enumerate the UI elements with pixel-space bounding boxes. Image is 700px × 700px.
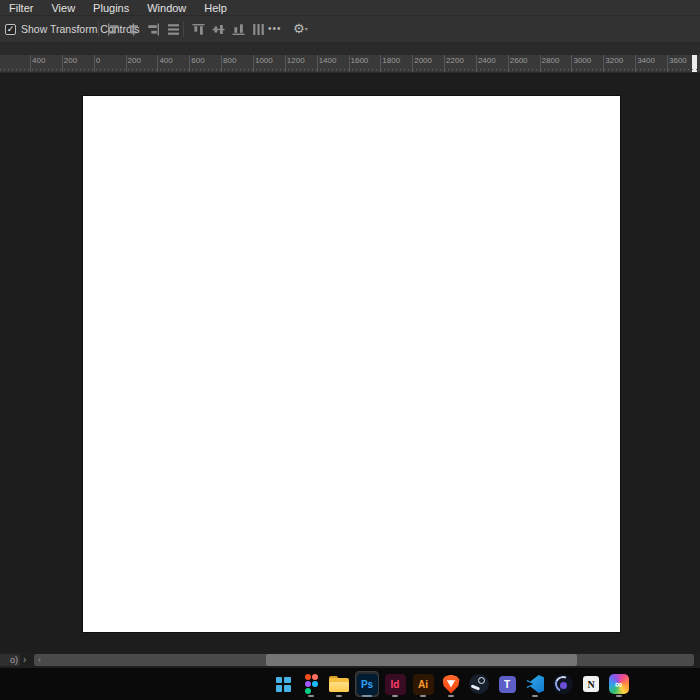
photoshop-icon: Ps	[357, 674, 378, 695]
checkbox-checked-icon[interactable]: ✓	[5, 24, 16, 35]
teams-icon: T	[499, 676, 516, 693]
running-indicator	[308, 695, 314, 697]
taskbar-indesign-button[interactable]: Id	[383, 670, 407, 698]
ruler-label: 2400	[478, 56, 496, 65]
running-indicator	[420, 695, 426, 697]
ruler-label: 3400	[637, 56, 655, 65]
ruler-label: 800	[223, 56, 236, 65]
ruler-label: 400	[159, 56, 172, 65]
ruler-label: 2000	[414, 56, 432, 65]
ruler-tick	[540, 55, 541, 73]
notion-icon: N	[583, 676, 599, 692]
options-separator	[183, 22, 184, 37]
taskbar-illustrator-button[interactable]: Ai	[411, 670, 435, 698]
illustrator-icon: Ai	[413, 674, 434, 695]
ruler-tick	[253, 55, 254, 73]
scroll-left-arrow-icon[interactable]: ‹	[38, 654, 41, 666]
horizontal-scrollbar-thumb[interactable]	[266, 654, 577, 666]
horizontal-scrollbar[interactable]: ‹	[34, 654, 694, 666]
taskbar-photoshop-button[interactable]: Ps	[355, 670, 379, 698]
ruler-end-marker	[692, 55, 697, 73]
ruler-tick	[30, 55, 31, 73]
menu-item-help[interactable]: Help	[195, 0, 236, 16]
document-canvas[interactable]	[83, 96, 620, 632]
menu-item-view[interactable]: View	[42, 0, 84, 16]
status-bar: o) › ‹	[0, 652, 700, 668]
ruler-tick	[126, 55, 127, 73]
taskbar-windows-start-button[interactable]	[271, 670, 295, 698]
running-indicator	[392, 695, 398, 697]
taskbar-camera-lens-app-button[interactable]	[551, 670, 575, 698]
running-indicator	[448, 695, 454, 697]
map-outline-drawing	[83, 96, 620, 632]
figma-icon	[305, 674, 318, 694]
more-options-icon[interactable]: •••	[268, 20, 282, 38]
taskbar-teams-button[interactable]: T	[495, 670, 519, 698]
ruler-label: 2600	[510, 56, 528, 65]
ruler-tick	[94, 55, 95, 73]
ruler-tick	[635, 55, 636, 73]
taskbar-creative-cloud-button[interactable]: ∞	[607, 670, 631, 698]
ruler-tick	[157, 55, 158, 73]
options-bar: ✓ Show Transform Controls ••• ⚙▾	[0, 16, 700, 43]
ruler-tick	[62, 55, 63, 73]
ruler-tick	[380, 55, 381, 73]
ruler-tick	[667, 55, 668, 73]
distribute-vertical-centers-icon[interactable]	[252, 23, 265, 36]
ruler-label: 3600	[669, 56, 687, 65]
gear-icon[interactable]: ⚙▾	[293, 20, 308, 38]
taskbar-vscode-button[interactable]	[523, 670, 547, 698]
vscode-icon	[526, 675, 544, 693]
camera-lens-icon	[553, 674, 573, 694]
ruler-label: 1200	[287, 56, 305, 65]
running-indicator	[532, 695, 538, 697]
status-readout: o)	[0, 654, 20, 666]
brave-shield-icon	[443, 675, 460, 694]
align-top-edges-icon[interactable]	[192, 23, 205, 36]
running-indicator	[362, 695, 372, 697]
align-group-vertical	[192, 23, 265, 36]
align-horizontal-centers-icon[interactable]	[127, 23, 140, 36]
ruler-tick	[603, 55, 604, 73]
align-group-horizontal	[107, 23, 180, 36]
taskbar-notion-button[interactable]: N	[579, 670, 603, 698]
taskbar-figma-button[interactable]	[299, 670, 323, 698]
menu-item-plugins[interactable]: Plugins	[84, 0, 138, 16]
menu-item-filter[interactable]: Filter	[0, 0, 42, 16]
ruler-tick	[571, 55, 572, 73]
ruler-tick	[508, 55, 509, 73]
ruler-tick	[189, 55, 190, 73]
ruler-label: 2800	[542, 56, 560, 65]
ruler-label: 1800	[382, 56, 400, 65]
ruler-label: 3200	[605, 56, 623, 65]
align-right-edges-icon[interactable]	[147, 23, 160, 36]
align-vertical-centers-icon[interactable]	[212, 23, 225, 36]
ruler-label: 400	[32, 56, 45, 65]
ruler-label: 0	[96, 56, 100, 65]
ruler-label: 200	[128, 56, 141, 65]
ruler-tick	[412, 55, 413, 73]
map-outline-path	[192, 236, 491, 461]
canvas-viewport[interactable]	[0, 73, 700, 652]
ruler-tick	[444, 55, 445, 73]
ruler-tick	[221, 55, 222, 73]
status-expand-chevron-icon[interactable]: ›	[23, 654, 26, 666]
running-indicator	[336, 695, 342, 697]
document-tab-strip	[0, 43, 700, 55]
options-separator	[98, 22, 99, 37]
distribute-horizontal-centers-icon[interactable]	[167, 23, 180, 36]
horizontal-ruler[interactable]: 4002000200400600800100012001400160018002…	[0, 55, 700, 73]
menu-item-window[interactable]: Window	[138, 0, 195, 16]
menu-bar: FilterViewPluginsWindowHelp	[0, 0, 700, 16]
ruler-label: 1600	[351, 56, 369, 65]
taskbar-steam-button[interactable]	[467, 670, 491, 698]
ruler-tick	[285, 55, 286, 73]
align-left-edges-icon[interactable]	[107, 23, 120, 36]
align-bottom-edges-icon[interactable]	[232, 23, 245, 36]
indesign-icon: Id	[385, 674, 406, 695]
ruler-tick	[349, 55, 350, 73]
taskbar-brave-button[interactable]	[439, 670, 463, 698]
running-indicator	[616, 695, 622, 697]
taskbar-file-explorer-button[interactable]	[327, 670, 351, 698]
folder-icon	[329, 676, 349, 692]
